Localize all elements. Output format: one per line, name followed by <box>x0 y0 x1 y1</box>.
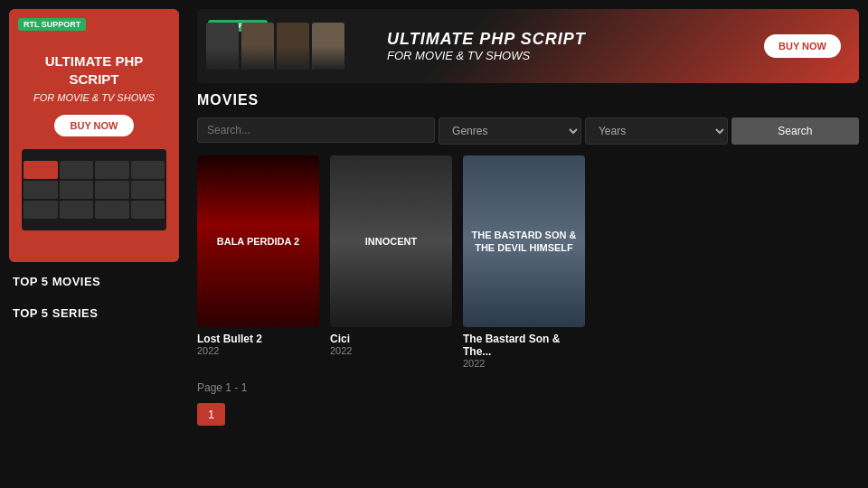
search-button[interactable]: Search <box>731 117 859 145</box>
poster-inner: BALA PERDIDA 2 <box>197 155 319 327</box>
sidebar-ad-subtitle: FOR MOVIE & TV SHOWS <box>33 91 155 104</box>
mockup-cell <box>95 181 129 199</box>
genre-select[interactable]: Genres <box>439 117 581 145</box>
banner-still-1 <box>206 23 239 70</box>
search-input-wrap <box>197 117 435 145</box>
movie-year: 2022 <box>463 358 585 369</box>
mockup-cell <box>95 161 129 179</box>
year-select-wrap: Years <box>585 117 728 145</box>
pagination: 1 <box>197 403 859 426</box>
search-bar: Genres Years Search <box>197 117 859 145</box>
mockup-cell <box>24 181 58 199</box>
top-banner: RTL SUPPORT ULTIMATE PHP SCRIPT FOR MOVI… <box>197 9 859 83</box>
sidebar-ad-title: ULTIMATE PHP SCRIPT <box>22 52 166 88</box>
mockup-cell <box>60 201 94 219</box>
sidebar-top-series: TOP 5 SERIES <box>0 294 188 325</box>
movie-poster: BALA PERDIDA 2 <box>197 155 319 327</box>
mockup-cell <box>24 201 58 219</box>
movies-section: MOVIES Genres Years Search BALA PERDIDA … <box>188 83 868 488</box>
movie-poster: THE BASTARD SON & THE DEVIL HIMSELF <box>463 155 585 327</box>
movie-title: Lost Bullet 2 <box>197 333 319 345</box>
search-input[interactable] <box>197 117 435 143</box>
movie-year: 2022 <box>330 345 452 356</box>
movies-grid: BALA PERDIDA 2Lost Bullet 22022INNOCENTC… <box>197 155 859 369</box>
banner-still-3 <box>277 23 309 70</box>
movies-section-title: MOVIES <box>197 92 859 108</box>
banner-still-4 <box>312 23 344 70</box>
movie-card[interactable]: THE BASTARD SON & THE DEVIL HIMSELFThe B… <box>463 155 585 369</box>
main-content: RTL SUPPORT ULTIMATE PHP SCRIPT FOR MOVI… <box>188 0 868 488</box>
mockup-cell <box>60 181 94 199</box>
mockup-cell <box>131 201 165 219</box>
movie-card[interactable]: INNOCENTCici2022 <box>330 155 452 369</box>
banner-still-2 <box>241 23 274 70</box>
sidebar-buy-button[interactable]: BUY NOW <box>54 115 135 136</box>
top-movies-label: TOP 5 MOVIES <box>13 275 175 288</box>
banner-subtitle: FOR MOVIE & TV SHOWS <box>387 49 586 62</box>
mockup-cell <box>95 201 129 219</box>
mockup-cell <box>60 161 94 179</box>
sidebar: RTL SUPPORT ULTIMATE PHP SCRIPT FOR MOVI… <box>0 0 188 488</box>
movie-title: The Bastard Son & The... <box>463 333 585 358</box>
page-button[interactable]: 1 <box>197 403 225 426</box>
mockup-cell <box>131 181 165 199</box>
movie-card[interactable]: BALA PERDIDA 2Lost Bullet 22022 <box>197 155 319 369</box>
banner-movie-stills <box>206 23 344 70</box>
banner-buy-button[interactable]: BUY NOW <box>764 34 841 58</box>
banner-text: ULTIMATE PHP SCRIPT FOR MOVIE & TV SHOWS <box>387 30 586 62</box>
mockup-cell <box>24 161 58 179</box>
sidebar-top-movies: TOP 5 MOVIES <box>0 262 188 294</box>
page-info: Page 1 - 1 <box>197 381 859 394</box>
year-select[interactable]: Years <box>585 117 728 145</box>
banner-title: ULTIMATE PHP SCRIPT <box>387 30 586 49</box>
sidebar-ad-mockup <box>22 149 166 230</box>
movie-year: 2022 <box>197 345 319 356</box>
banner-right: ULTIMATE PHP SCRIPT FOR MOVIE & TV SHOWS… <box>378 30 859 62</box>
top-series-label: TOP 5 SERIES <box>13 306 175 320</box>
movie-title: Cici <box>330 333 452 345</box>
banner-left: RTL SUPPORT <box>197 23 378 70</box>
mockup-cell <box>131 161 165 179</box>
sidebar-ad: RTL SUPPORT ULTIMATE PHP SCRIPT FOR MOVI… <box>9 9 179 262</box>
sidebar-rtl-badge: RTL SUPPORT <box>18 18 86 31</box>
genre-select-wrap: Genres <box>439 117 581 145</box>
poster-inner: INNOCENT <box>330 155 452 327</box>
poster-inner: THE BASTARD SON & THE DEVIL HIMSELF <box>463 155 585 327</box>
movie-poster: INNOCENT <box>330 155 452 327</box>
